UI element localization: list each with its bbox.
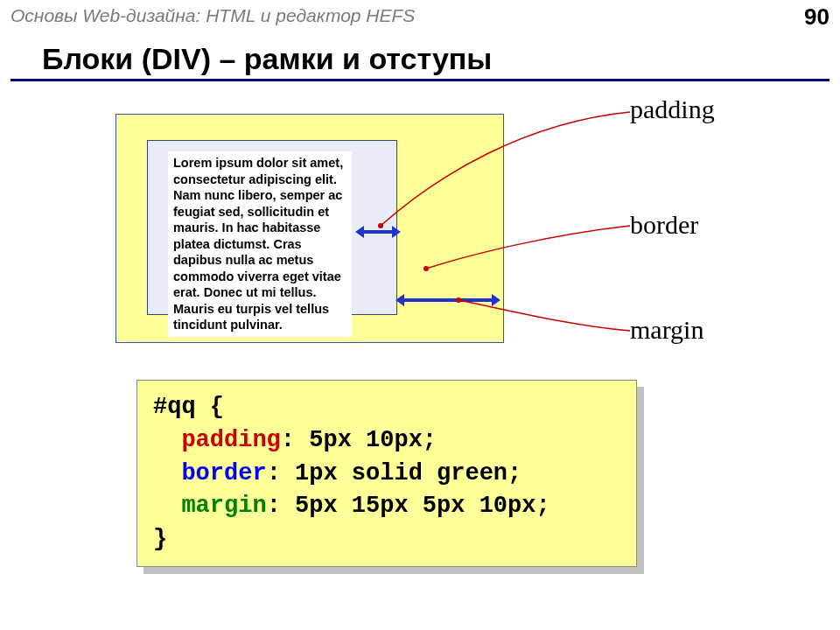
content-box: Lorem ipsum dolor sit amet, consectetur …: [168, 151, 352, 337]
page-number: 90: [804, 4, 830, 31]
page-title: Блоки (DIV) – рамки и отступы: [42, 42, 492, 76]
code-padding-value: : 5px 10px;: [281, 427, 437, 453]
margin-arrow-icon: [396, 294, 500, 306]
code-margin-keyword: margin: [181, 493, 266, 519]
label-padding: padding: [630, 94, 715, 124]
label-margin: margin: [630, 315, 704, 345]
code-selector: #qq {: [153, 394, 224, 420]
code-padding-keyword: padding: [181, 427, 280, 453]
code-block: #qq { padding: 5px 10px; border: 1px sol…: [136, 380, 637, 567]
code-margin-value: : 5px 15px 5px 10px;: [267, 493, 550, 519]
code-border-keyword: border: [181, 460, 266, 486]
code-border-value: : 1px solid green;: [267, 460, 522, 486]
title-underline: [10, 79, 830, 81]
slide: Основы Web-дизайна: HTML и редактор HEFS…: [0, 0, 840, 630]
code-close: }: [153, 526, 167, 552]
breadcrumb: Основы Web-дизайна: HTML и редактор HEFS: [10, 5, 415, 25]
header-bar: Основы Web-дизайна: HTML и редактор HEFS…: [10, 5, 830, 30]
padding-arrow-icon: [355, 226, 401, 238]
label-border: border: [630, 210, 698, 240]
